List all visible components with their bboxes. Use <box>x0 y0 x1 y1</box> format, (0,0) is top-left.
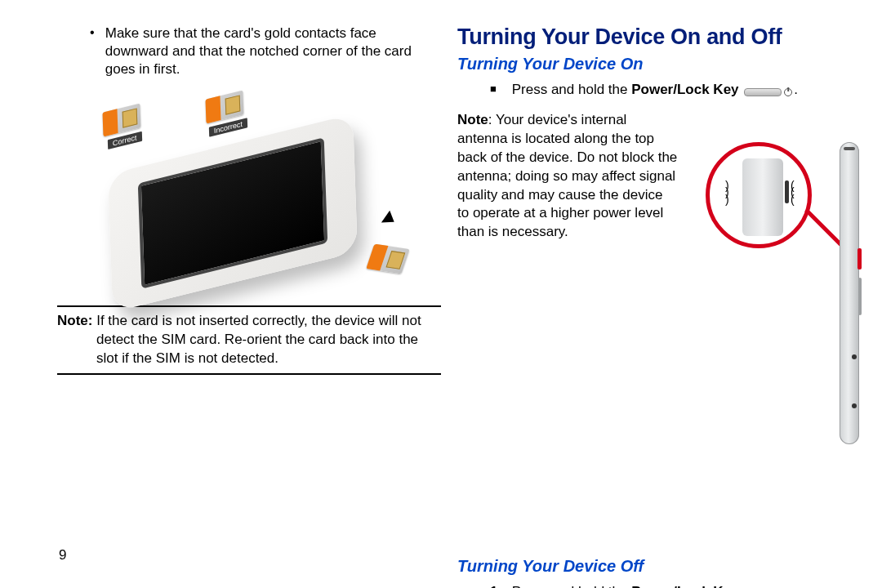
power-off-step-1: 1. Press and hold the Power/Lock Key . <box>490 582 866 588</box>
note-first-line: If the card is not inserted correctly, t… <box>92 313 421 328</box>
note-body: : Your device's internal antenna is loca… <box>457 112 677 240</box>
sim-orientation-bullet: • Make sure that the card's gold contact… <box>90 24 441 78</box>
period: . <box>794 82 798 97</box>
note-rest: detect the SIM card. Re-orient the card … <box>96 331 441 368</box>
press-lines-icon: ((( <box>791 182 795 203</box>
step-text: Press and hold the <box>512 82 631 97</box>
callout-circle-icon: ))) ((( <box>706 142 812 248</box>
divider <box>57 305 441 307</box>
right-column: Turning Your Device On and Off Turning Y… <box>457 24 866 588</box>
power-lock-key-label: Power/Lock Key <box>631 584 738 588</box>
section-heading: Turning Your Device On and Off <box>457 24 866 50</box>
power-on-step: ■ Press and hold the Power/Lock Key . <box>490 80 866 101</box>
bullet-icon: • <box>90 24 101 42</box>
power-button-icon <box>858 248 862 270</box>
device-side-icon <box>840 142 859 444</box>
press-lines-icon: ))) <box>725 182 729 203</box>
sim-card-incorrect-icon <box>205 91 243 124</box>
sim-note: Note: If the card is not inserted correc… <box>57 312 441 368</box>
power-lock-key-icon <box>744 584 792 588</box>
note-label: Note: <box>57 313 92 328</box>
bullet-text: Make sure that the card's gold contacts … <box>105 24 432 78</box>
divider <box>57 373 441 375</box>
power-button-figure: ))) ((( <box>704 142 859 444</box>
sim-card-insert-icon <box>366 244 409 274</box>
period: . <box>794 584 798 588</box>
square-bullet-icon: ■ <box>490 82 508 96</box>
page-number: 9 <box>59 547 66 564</box>
step-number: 1. <box>490 582 508 588</box>
step-text: Press and hold the <box>512 584 631 588</box>
subheading-on: Turning Your Device On <box>457 55 866 74</box>
left-column: • Make sure that the card's gold contact… <box>57 24 441 380</box>
tablet-icon <box>108 114 358 313</box>
antenna-note: Note: Your device's internal antenna is … <box>457 111 678 243</box>
insert-arrow-icon <box>381 211 396 223</box>
power-lock-key-icon <box>744 82 792 101</box>
subheading-off: Turning Your Device Off <box>457 557 866 576</box>
sim-install-figure: Correct Incorrect <box>74 87 441 299</box>
manual-page: • Make sure that the card's gold contact… <box>0 0 882 588</box>
power-lock-key-label: Power/Lock Key <box>631 82 738 97</box>
note-label: Note <box>457 112 488 127</box>
